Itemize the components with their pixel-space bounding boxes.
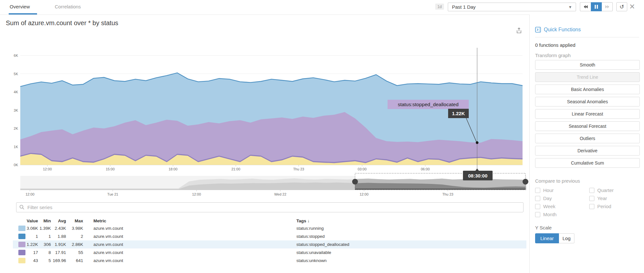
cell-tags: status:stopped_deallocated [296, 242, 349, 247]
pause-button[interactable] [591, 2, 602, 11]
cell-min: 1 [39, 234, 51, 239]
transform-buttons: SmoothTrend LineBasic AnomaliesSeasonal … [535, 60, 640, 170]
y-scale-linear[interactable]: Linear [535, 233, 559, 243]
y-axis-label: 3K [14, 108, 18, 112]
minimap[interactable]: 12:00Tue 2112:00Wed 2212:00Thu 23 [20, 173, 528, 196]
y-scale-log[interactable]: Log [559, 233, 574, 243]
compare-checkbox-period[interactable]: Period [589, 202, 643, 210]
y-axis-label: 1K [14, 145, 18, 149]
y-axis-label: 6K [14, 54, 18, 57]
transform-button-seasonal-anomalies[interactable]: Seasonal Anomalies [535, 97, 640, 106]
series-row-status-stopped[interactable]: 111.882azure.vm.countstatus:stopped [13, 232, 526, 240]
fast-forward-button[interactable] [602, 2, 613, 11]
minimap-axis-label: Wed 22 [274, 192, 286, 196]
checkbox-unchecked-icon[interactable] [535, 188, 540, 193]
cell-value: 3.06K [13, 226, 38, 231]
minimap-axis-label: Tue 21 [107, 192, 118, 196]
checkbox-unchecked-icon[interactable] [589, 196, 594, 201]
transform-button-linear-forecast[interactable]: Linear Forecast [535, 109, 640, 119]
col-metric: Metric [93, 218, 106, 223]
x-axis-label: 18:00 [168, 167, 178, 171]
checkbox-unchecked-icon[interactable] [535, 204, 540, 209]
y-axis-label: 2K [14, 126, 18, 130]
page-title: Sum of azure.vm.count over * by status [6, 19, 118, 27]
cell-tags: status:stopped [296, 234, 325, 239]
cell-min: 306 [39, 242, 51, 247]
divider [535, 37, 639, 37]
tab-overview[interactable]: Overview [10, 4, 30, 9]
brush-handle-right[interactable] [523, 179, 528, 185]
cell-metric: azure.vm.count [93, 258, 123, 263]
y-scale-label: Y Scale [535, 225, 552, 230]
rewind-button[interactable] [580, 2, 591, 11]
close-icon[interactable]: ✕ [629, 3, 635, 11]
series-row-status-unknown[interactable]: 435169.96641azure.vm.countstatus:unknown [13, 257, 526, 265]
cell-max: 2 [67, 234, 83, 239]
time-range-badge: 1d [435, 4, 444, 10]
series-row-status-running[interactable]: 3.06K1.39K2.43K3.98Kazure.vm.countstatus… [13, 224, 526, 232]
metric-explorer: Overview Correlations 1d Past 1 Day ▼ ↺ … [0, 0, 644, 273]
compare-option-label: Quarter [597, 187, 614, 193]
cell-avg: 1.88 [52, 234, 66, 239]
col-max: Max [67, 218, 83, 223]
cell-tags: status:unavailable [296, 250, 331, 255]
col-tags-sort[interactable]: Tags ↓ [296, 218, 310, 223]
functions-applied-count: 0 functions applied [535, 42, 575, 48]
cell-min: 1.39K [39, 226, 51, 231]
svg-text:1.22K: 1.22K [452, 111, 465, 116]
checkbox-unchecked-icon[interactable] [589, 204, 594, 209]
series-row-status-unavailable[interactable]: 17817.9155azure.vm.countstatus:unavailab… [13, 248, 526, 257]
filter-series-wrap [16, 202, 524, 212]
quick-functions-header[interactable]: Quick Functions [535, 27, 581, 33]
x-axis-label: 15:00 [106, 167, 115, 171]
export-icon[interactable] [515, 27, 523, 35]
cell-avg: 17.91 [52, 250, 66, 255]
active-tab-underline [9, 13, 37, 15]
transform-button-derivative[interactable]: Derivative [535, 146, 640, 156]
timeseries-chart[interactable]: 0K1K2K3K4K5K6K12:0015:0018:0021:00Thu 23… [0, 35, 529, 201]
transform-button-smooth[interactable]: Smooth [535, 60, 640, 70]
y-axis-label: 5K [14, 72, 18, 76]
brush-handle-left[interactable] [352, 179, 358, 185]
cell-metric: azure.vm.count [93, 234, 123, 239]
compare-option-label: Year [597, 196, 607, 201]
cell-tags: status:running [296, 226, 324, 231]
compare-checkbox-day[interactable]: Day [535, 194, 589, 202]
compare-checkbox-week[interactable]: Week [535, 202, 589, 210]
transform-button-trend-line: Trend Line [535, 72, 640, 82]
filter-series-input[interactable] [16, 202, 524, 212]
svg-text:status:stopped_deallocated: status:stopped_deallocated [398, 102, 459, 107]
x-axis-label: 12:00 [43, 167, 52, 171]
minimap-axis-label: Thu 23 [442, 192, 453, 196]
cell-avg: 1.91K [52, 242, 66, 247]
search-icon [19, 205, 24, 210]
cell-metric: azure.vm.count [93, 250, 123, 255]
compare-checkbox-quarter[interactable]: Quarter [589, 186, 643, 194]
checkbox-unchecked-icon[interactable] [589, 188, 594, 193]
time-range-dropdown[interactable]: Past 1 Day ▼ [448, 3, 576, 11]
col-min: Min [39, 218, 51, 223]
quick-functions-panel: Quick Functions 0 functions applied Tran… [529, 15, 644, 273]
transform-button-seasonal-forecast[interactable]: Seasonal Forecast [535, 121, 640, 131]
compare-to-previous-label: Compare to previous [535, 178, 580, 184]
cell-max: 55 [67, 250, 83, 255]
transform-button-cumulative-sum[interactable]: Cumulative Sum [535, 158, 640, 168]
cell-tags: status:unknown [296, 258, 327, 263]
sort-desc-icon: ↓ [307, 218, 310, 223]
svg-text:08:30:00: 08:30:00 [468, 173, 487, 178]
x-axis-label: 21:00 [231, 167, 240, 171]
compare-checkbox-hour[interactable]: Hour [535, 186, 589, 194]
checkbox-unchecked-icon[interactable] [535, 196, 540, 201]
compare-checkbox-month[interactable]: Month [535, 210, 589, 218]
series-row-status-stopped-deallocated[interactable]: 1.22K3061.91K2.86Kazure.vm.countstatus:s… [13, 240, 526, 248]
tab-correlations[interactable]: Correlations [55, 4, 81, 9]
cell-metric: azure.vm.count [93, 226, 123, 231]
compare-option-label: Month [543, 212, 557, 217]
time-range-value: Past 1 Day [452, 4, 476, 10]
checkbox-unchecked-icon[interactable] [535, 212, 540, 217]
compare-checkbox-year[interactable]: Year [589, 194, 643, 202]
transform-button-basic-anomalies[interactable]: Basic Anomalies [535, 85, 640, 94]
y-axis-label: 0K [14, 163, 18, 167]
refresh-button[interactable]: ↺ [616, 2, 627, 11]
transform-button-outliers[interactable]: Outliers [535, 134, 640, 143]
